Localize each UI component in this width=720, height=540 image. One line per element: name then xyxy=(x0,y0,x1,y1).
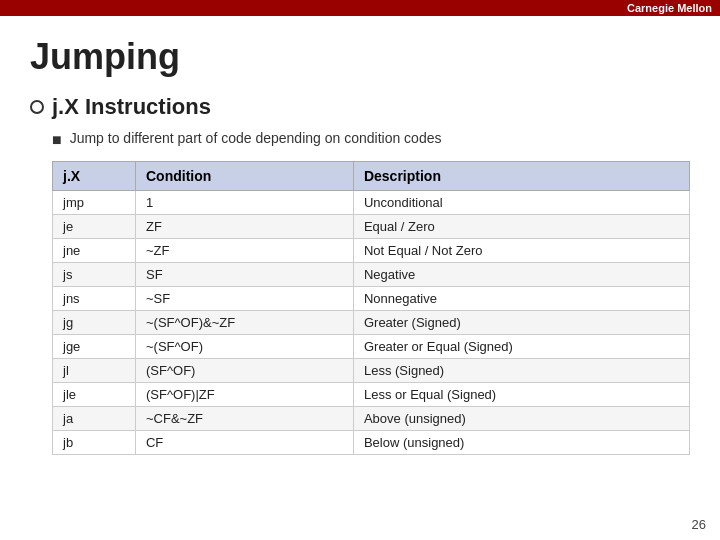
table-row: jl(SF^OF)Less (Signed) xyxy=(53,359,690,383)
sub-bullet: ■ Jump to different part of code dependi… xyxy=(52,130,690,149)
table-cell-col0: jle xyxy=(53,383,136,407)
page-title: Jumping xyxy=(30,36,690,78)
table-cell-col2: Not Equal / Not Zero xyxy=(353,239,689,263)
table-cell-col1: SF xyxy=(135,263,353,287)
table-cell-col0: jb xyxy=(53,431,136,455)
table-cell-col2: Less (Signed) xyxy=(353,359,689,383)
table-cell-col0: ja xyxy=(53,407,136,431)
table-cell-col0: jg xyxy=(53,311,136,335)
table-cell-col1: ~SF xyxy=(135,287,353,311)
table-cell-col0: jns xyxy=(53,287,136,311)
bullet-circle-icon xyxy=(30,100,44,114)
instructions-table: j.X Condition Description jmp1Unconditio… xyxy=(52,161,690,455)
table-cell-col2: Greater (Signed) xyxy=(353,311,689,335)
table-row: jne~ZFNot Equal / Not Zero xyxy=(53,239,690,263)
table-cell-col2: Below (unsigned) xyxy=(353,431,689,455)
table-cell-col2: Nonnegative xyxy=(353,287,689,311)
table-cell-col2: Greater or Equal (Signed) xyxy=(353,335,689,359)
table-row: jns~SFNonnegative xyxy=(53,287,690,311)
table-cell-col0: jl xyxy=(53,359,136,383)
brand-label: Carnegie Mellon xyxy=(627,2,712,14)
table-cell-col2: Equal / Zero xyxy=(353,215,689,239)
table-cell-col1: (SF^OF)|ZF xyxy=(135,383,353,407)
table-row: jeZFEqual / Zero xyxy=(53,215,690,239)
col-header-condition: Condition xyxy=(135,162,353,191)
sub-bullet-text: Jump to different part of code depending… xyxy=(70,130,442,146)
table-row: jmp1Unconditional xyxy=(53,191,690,215)
table-cell-col0: jne xyxy=(53,239,136,263)
table-row: jle(SF^OF)|ZFLess or Equal (Signed) xyxy=(53,383,690,407)
table-cell-col1: ~(SF^OF) xyxy=(135,335,353,359)
section-title: j.X Instructions xyxy=(52,94,211,120)
table-row: jg~(SF^OF)&~ZFGreater (Signed) xyxy=(53,311,690,335)
table-cell-col1: ~ZF xyxy=(135,239,353,263)
table-row: jsSFNegative xyxy=(53,263,690,287)
table-cell-col2: Negative xyxy=(353,263,689,287)
section-header: j.X Instructions xyxy=(30,94,690,120)
table-row: ja~CF&~ZFAbove (unsigned) xyxy=(53,407,690,431)
table-cell-col0: js xyxy=(53,263,136,287)
table-cell-col1: (SF^OF) xyxy=(135,359,353,383)
table-cell-col1: ~CF&~ZF xyxy=(135,407,353,431)
table-cell-col1: ZF xyxy=(135,215,353,239)
col-header-description: Description xyxy=(353,162,689,191)
col-header-jx: j.X xyxy=(53,162,136,191)
header-bar: Carnegie Mellon xyxy=(0,0,720,16)
table-row: jbCFBelow (unsigned) xyxy=(53,431,690,455)
table-cell-col1: ~(SF^OF)&~ZF xyxy=(135,311,353,335)
table-cell-col2: Unconditional xyxy=(353,191,689,215)
table-row: jge~(SF^OF)Greater or Equal (Signed) xyxy=(53,335,690,359)
table-cell-col0: jge xyxy=(53,335,136,359)
main-content: Jumping j.X Instructions ■ Jump to diffe… xyxy=(0,16,720,475)
page-number: 26 xyxy=(692,517,706,532)
table-cell-col1: 1 xyxy=(135,191,353,215)
table-cell-col1: CF xyxy=(135,431,353,455)
table-cell-col2: Above (unsigned) xyxy=(353,407,689,431)
table-cell-col2: Less or Equal (Signed) xyxy=(353,383,689,407)
table-cell-col0: je xyxy=(53,215,136,239)
table-cell-col0: jmp xyxy=(53,191,136,215)
sub-bullet-marker: ■ xyxy=(52,131,62,149)
